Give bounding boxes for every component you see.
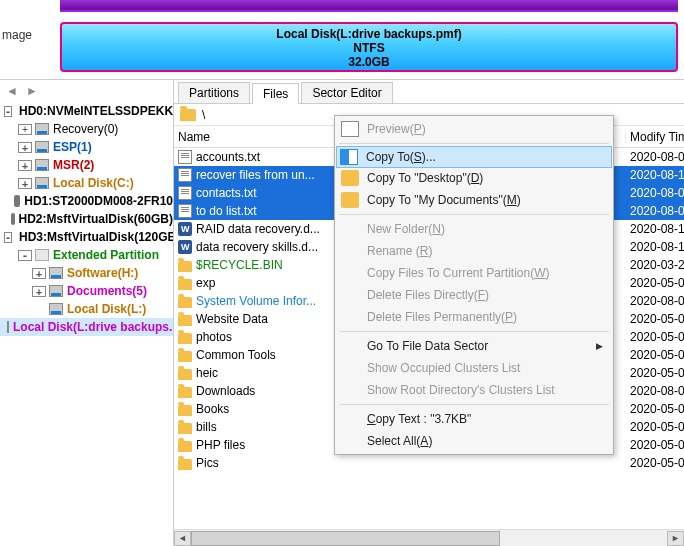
drive-icon bbox=[49, 303, 63, 315]
tree-item-label: HD1:ST2000DM008-2FR10 bbox=[24, 194, 173, 208]
tree-item-label: Software(H:) bbox=[67, 266, 138, 280]
file-name: PHP files bbox=[196, 438, 245, 452]
folder-icon bbox=[178, 441, 192, 452]
horizontal-scrollbar[interactable]: ◄ ► bbox=[174, 529, 684, 546]
menu-occupied-clusters: Show Occupied Clusters List bbox=[337, 357, 611, 379]
disk-banner[interactable]: Local Disk(L:drive backups.pmf) NTFS 32.… bbox=[60, 22, 678, 72]
expand-icon[interactable]: + bbox=[18, 124, 32, 135]
menu-copy-desktop[interactable]: Copy To "Desktop"(D) bbox=[337, 167, 611, 189]
tree-item[interactable]: HD1:ST2000DM008-2FR10 bbox=[0, 192, 173, 210]
tree-item-label: ESP(1) bbox=[53, 140, 92, 154]
text-file-icon bbox=[178, 168, 192, 182]
drive-icon bbox=[35, 177, 49, 189]
drive-icon bbox=[35, 159, 49, 171]
disk-tree-sidebar[interactable]: ◄ ► -HD0:NVMeINTELSSDPEKKW+Recovery(0)+E… bbox=[0, 80, 174, 546]
tree-item[interactable]: +MSR(2) bbox=[0, 156, 173, 174]
folder-icon bbox=[178, 333, 192, 344]
tree-item-label: MSR(2) bbox=[53, 158, 94, 172]
tab-sector-editor[interactable]: Sector Editor bbox=[301, 82, 392, 103]
menu-rename: Rename (R) bbox=[337, 240, 611, 262]
menu-copy-to[interactable]: Copy To(S)... bbox=[336, 146, 612, 168]
file-name: recover files from un... bbox=[196, 168, 315, 182]
menu-copy-current-partition: Copy Files To Current Partition(W) bbox=[337, 262, 611, 284]
tree-item[interactable]: +Recovery(0) bbox=[0, 120, 173, 138]
tree-spacer bbox=[32, 304, 46, 315]
forward-icon[interactable]: ► bbox=[26, 84, 38, 98]
menu-select-all[interactable]: Select All(A) bbox=[337, 430, 611, 452]
tree-item[interactable]: Local Disk(L:drive backups.pmf) bbox=[0, 318, 173, 336]
file-name: Common Tools bbox=[196, 348, 276, 362]
tree-item[interactable]: +Software(H:) bbox=[0, 264, 173, 282]
file-name: heic bbox=[196, 366, 218, 380]
tab-bar: Partitions Files Sector Editor bbox=[174, 80, 684, 104]
expand-icon[interactable]: + bbox=[32, 286, 46, 297]
file-name: photos bbox=[196, 330, 232, 344]
collapse-icon[interactable]: - bbox=[4, 232, 12, 243]
expand-icon[interactable]: + bbox=[18, 142, 32, 153]
text-file-icon bbox=[178, 186, 192, 200]
tree-item[interactable]: Local Disk(L:) bbox=[0, 300, 173, 318]
expand-icon[interactable]: + bbox=[18, 160, 32, 171]
expand-icon[interactable]: + bbox=[32, 268, 46, 279]
tree-item-label: Recovery(0) bbox=[53, 122, 118, 136]
file-name: contacts.txt bbox=[196, 186, 257, 200]
file-modified: 2020-05-08 bbox=[626, 276, 684, 290]
menu-preview: Preview(P) bbox=[337, 118, 611, 140]
scroll-right-button[interactable]: ► bbox=[667, 531, 684, 546]
folder-icon bbox=[341, 192, 359, 208]
partition-strip[interactable] bbox=[60, 0, 678, 12]
tree-item[interactable]: -HD0:NVMeINTELSSDPEKKW bbox=[0, 102, 173, 120]
file-name: exp bbox=[196, 276, 215, 290]
menu-separator bbox=[339, 143, 609, 144]
menu-separator bbox=[339, 331, 609, 332]
tab-files[interactable]: Files bbox=[252, 83, 299, 104]
drive-icon bbox=[35, 141, 49, 153]
menu-separator bbox=[339, 404, 609, 405]
folder-icon bbox=[178, 297, 192, 308]
tree-item[interactable]: HD2:MsftVirtualDisk(60GB) bbox=[0, 210, 173, 228]
collapse-icon[interactable]: - bbox=[18, 250, 32, 261]
word-doc-icon bbox=[178, 240, 192, 254]
tree-item[interactable]: -Extended Partition bbox=[0, 246, 173, 264]
expand-icon[interactable]: + bbox=[18, 178, 32, 189]
tree-item-label: Local Disk(L:drive backups.pmf) bbox=[13, 320, 173, 334]
folder-icon bbox=[178, 387, 192, 398]
tree-nav-icons[interactable]: ◄ ► bbox=[0, 84, 173, 98]
menu-copy-mydocs[interactable]: Copy To "My Documents"(M) bbox=[337, 189, 611, 211]
folder-icon bbox=[178, 459, 192, 470]
file-modified: 2020-08-17 bbox=[626, 222, 684, 236]
menu-delete-permanently: Delete Files Permanently(P) bbox=[337, 306, 611, 328]
drive-icon bbox=[49, 267, 63, 279]
tree-item[interactable]: +ESP(1) bbox=[0, 138, 173, 156]
folder-icon bbox=[178, 315, 192, 326]
scroll-left-button[interactable]: ◄ bbox=[174, 531, 191, 546]
submenu-arrow-icon: ▶ bbox=[596, 341, 603, 351]
tree-item[interactable]: +Local Disk(C:) bbox=[0, 174, 173, 192]
file-name: bills bbox=[196, 420, 217, 434]
context-menu: Preview(P) Copy To(S)... Copy To "Deskto… bbox=[334, 115, 614, 455]
text-file-icon bbox=[178, 204, 192, 218]
menu-goto-sector[interactable]: Go To File Data Sector▶ bbox=[337, 335, 611, 357]
collapse-icon[interactable]: - bbox=[4, 106, 12, 117]
tree-item[interactable]: -HD3:MsftVirtualDisk(120GB) bbox=[0, 228, 173, 246]
file-row[interactable]: Pics2020-05-08 bbox=[174, 454, 684, 472]
menu-copy-text[interactable]: Copy Text : "3.7KB" bbox=[337, 408, 611, 430]
col-modify[interactable]: Modify Tim bbox=[626, 130, 684, 144]
file-modified: 2020-03-24 bbox=[626, 258, 684, 272]
tab-partitions[interactable]: Partitions bbox=[178, 82, 250, 103]
scroll-thumb[interactable] bbox=[191, 531, 500, 546]
file-name: to do list.txt bbox=[196, 204, 257, 218]
folder-icon bbox=[178, 261, 192, 272]
disk-banner-fs: NTFS bbox=[62, 41, 676, 55]
back-icon[interactable]: ◄ bbox=[6, 84, 18, 98]
file-modified: 2020-08-17 bbox=[626, 240, 684, 254]
file-modified: 2020-05-08 bbox=[626, 348, 684, 362]
file-name: accounts.txt bbox=[196, 150, 260, 164]
folder-icon bbox=[178, 351, 192, 362]
tree-item[interactable]: +Documents(5) bbox=[0, 282, 173, 300]
tree-item-label: Local Disk(C:) bbox=[53, 176, 134, 190]
col-name[interactable]: Name bbox=[174, 130, 360, 144]
tree-item-label: Local Disk(L:) bbox=[67, 302, 146, 316]
drive-icon bbox=[7, 321, 9, 333]
file-modified: 2020-05-08 bbox=[626, 330, 684, 344]
